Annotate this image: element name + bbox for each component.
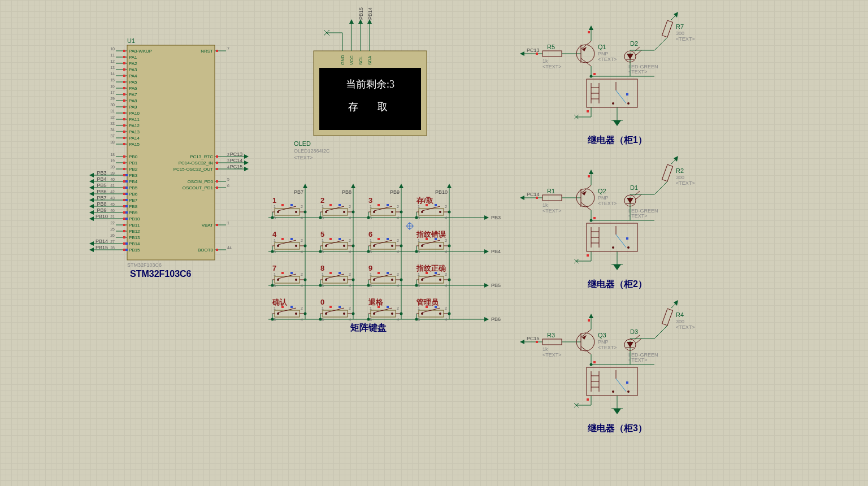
svg-text:44: 44 [227, 246, 232, 250]
keypad-button[interactable]: 1234退格 [367, 298, 403, 322]
keypad-button[interactable]: 12348 [319, 264, 355, 288]
svg-rect-337 [338, 238, 341, 240]
svg-marker-509 [520, 51, 524, 56]
svg-text:4: 4 [301, 284, 303, 288]
svg-text:PB7: PB7 [129, 198, 138, 203]
keypad-button[interactable]: 12340 [319, 298, 355, 322]
svg-text:1: 1 [274, 306, 276, 310]
svg-point-297 [367, 216, 370, 219]
svg-rect-64 [123, 143, 125, 145]
svg-point-313 [415, 216, 418, 219]
svg-rect-209 [216, 249, 218, 251]
svg-point-265 [271, 216, 274, 219]
svg-point-429 [421, 279, 423, 281]
svg-text:39: 39 [110, 171, 115, 175]
svg-rect-211 [319, 68, 421, 130]
svg-point-254 [295, 211, 297, 213]
svg-text:GND: GND [340, 55, 345, 65]
relay-title: 继电器（柜2） [587, 279, 647, 289]
svg-text:PC13: PC13 [230, 151, 243, 157]
svg-point-391 [304, 279, 307, 281]
svg-text:PB6: PB6 [129, 192, 138, 197]
keypad-button[interactable]: 12341 [271, 196, 307, 220]
keypad-button[interactable]: 12346 [367, 230, 403, 254]
svg-point-285 [373, 211, 375, 213]
svg-point-534 [612, 102, 614, 105]
svg-text:<TEXT>: <TEXT> [598, 201, 617, 206]
svg-rect-401 [338, 272, 341, 274]
svg-text:PB13: PB13 [129, 235, 140, 240]
svg-text:PA12: PA12 [129, 123, 140, 128]
svg-text:6: 6 [227, 184, 229, 188]
relay-block: PC15R31k<TEXT>Q3PNP<TEXT>D3LED-GREEN<TEX… [520, 300, 695, 433]
svg-line-603 [636, 194, 641, 199]
svg-rect-124 [125, 205, 128, 207]
key-label: 7 [272, 264, 276, 272]
keypad-button[interactable]: 12344 [271, 230, 307, 254]
svg-marker-223 [349, 19, 354, 24]
svg-line-658 [636, 339, 641, 343]
svg-text:46: 46 [110, 209, 115, 212]
svg-text:4: 4 [301, 318, 303, 322]
svg-text:42: 42 [110, 190, 115, 194]
svg-marker-655 [627, 342, 633, 348]
svg-rect-561 [593, 73, 596, 75]
svg-line-547 [635, 47, 640, 51]
svg-text:<TEXT>: <TEXT> [628, 357, 648, 363]
svg-point-457 [271, 318, 274, 321]
svg-text:PC13_RTC: PC13_RTC [190, 154, 213, 159]
svg-text:2: 2 [349, 306, 351, 310]
keypad-button[interactable]: 1234确认 [271, 298, 307, 322]
svg-rect-671 [593, 361, 596, 363]
svg-rect-272 [329, 204, 332, 206]
svg-point-327 [304, 245, 307, 248]
key-label: 1 [272, 196, 276, 205]
svg-text:1: 1 [322, 205, 324, 209]
svg-text:4: 4 [349, 318, 351, 322]
oled-component[interactable]: 当前剩余:3 存 取 GNDVCCSCLSDA OLED OLED12864I2… [294, 7, 427, 160]
svg-text:3: 3 [370, 318, 372, 322]
keypad-button[interactable]: 1234指纹正确 [415, 264, 451, 288]
keypad-button[interactable]: 12343 [367, 196, 403, 220]
svg-text:1: 1 [370, 205, 372, 209]
keypad-button[interactable]: 12345 [319, 230, 355, 254]
svg-text:PA11: PA11 [129, 117, 140, 122]
keypad-button[interactable]: 1234管理员 [415, 298, 451, 322]
svg-point-375 [448, 245, 451, 248]
keypad-button[interactable]: 12342 [319, 196, 355, 220]
svg-text:15: 15 [110, 78, 115, 82]
svg-text:2: 2 [445, 272, 447, 276]
svg-text:5: 5 [227, 177, 229, 181]
svg-point-329 [271, 250, 274, 253]
svg-text:PC14-OSC32_IN: PC14-OSC32_IN [179, 160, 214, 166]
keypad-button[interactable]: 1234存/取 [415, 196, 451, 220]
mcu-component[interactable]: U1 STM32F103C6 STM32F103C6 PA0-WKUP10PA1… [89, 37, 249, 279]
svg-point-393 [271, 284, 274, 287]
svg-text:R1: R1 [547, 188, 555, 194]
svg-rect-136 [123, 218, 125, 220]
svg-text:3: 3 [274, 284, 276, 288]
svg-rect-24 [123, 81, 125, 83]
svg-rect-92 [125, 180, 128, 183]
svg-rect-12 [123, 62, 125, 64]
svg-rect-305 [435, 204, 437, 206]
svg-marker-82 [89, 173, 94, 177]
svg-text:1: 1 [227, 221, 229, 225]
svg-rect-563 [587, 110, 589, 112]
svg-text:4: 4 [397, 216, 399, 220]
svg-rect-176 [216, 155, 218, 158]
svg-text:22: 22 [110, 221, 115, 225]
keypad-button[interactable]: 1234指纹错误 [415, 230, 451, 254]
keypad-button[interactable]: 12347 [271, 264, 307, 288]
svg-text:1: 1 [370, 272, 372, 276]
svg-point-414 [391, 279, 393, 281]
svg-marker-239 [484, 215, 489, 220]
svg-marker-230 [351, 184, 355, 188]
svg-rect-617 [626, 237, 628, 240]
svg-text:4: 4 [445, 250, 447, 254]
svg-point-311 [448, 211, 451, 214]
svg-text:<TEXT>: <TEXT> [676, 180, 695, 186]
keypad-button[interactable]: 12349 [367, 264, 403, 288]
svg-point-366 [439, 245, 441, 247]
svg-rect-28 [123, 87, 125, 89]
